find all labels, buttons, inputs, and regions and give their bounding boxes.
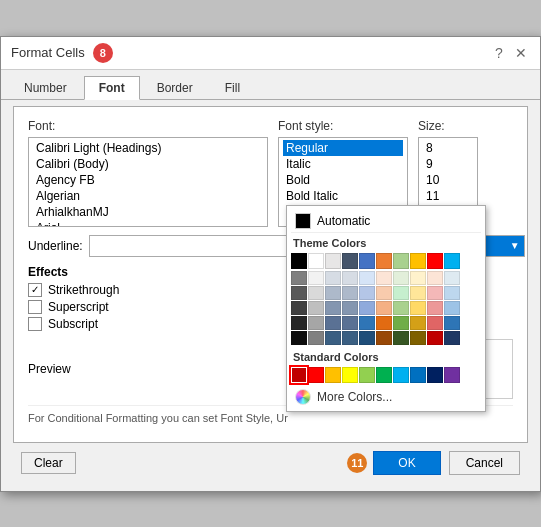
ok-button[interactable]: OK: [373, 451, 440, 475]
standard-color-cell[interactable]: [291, 367, 307, 383]
superscript-checkbox[interactable]: [28, 300, 42, 314]
standard-color-cell[interactable]: [393, 367, 409, 383]
theme-color-cell[interactable]: [410, 253, 426, 269]
font-item[interactable]: Algerian: [33, 188, 263, 204]
size-item[interactable]: 10: [423, 172, 473, 188]
shade-color-cell[interactable]: [342, 286, 358, 300]
font-item[interactable]: Arial: [33, 220, 263, 227]
shade-color-cell[interactable]: [427, 271, 443, 285]
shade-color-cell[interactable]: [308, 316, 324, 330]
shade-color-cell[interactable]: [393, 331, 409, 345]
close-button[interactable]: ✕: [512, 44, 530, 62]
shade-color-cell[interactable]: [410, 331, 426, 345]
standard-color-cell[interactable]: [359, 367, 375, 383]
tab-fill[interactable]: Fill: [210, 76, 255, 99]
shade-color-cell[interactable]: [291, 271, 307, 285]
color-dropdown[interactable]: Automatic Theme Colors Standard Colors M…: [286, 205, 486, 412]
theme-color-cell[interactable]: [291, 253, 307, 269]
more-colors-row[interactable]: More Colors...: [291, 385, 481, 407]
shade-color-cell[interactable]: [444, 316, 460, 330]
standard-color-cell[interactable]: [342, 367, 358, 383]
shade-color-cell[interactable]: [444, 286, 460, 300]
shade-color-cell[interactable]: [376, 316, 392, 330]
shade-color-cell[interactable]: [359, 301, 375, 315]
shade-color-cell[interactable]: [359, 286, 375, 300]
shade-color-cell[interactable]: [376, 271, 392, 285]
tab-number[interactable]: Number: [9, 76, 82, 99]
tab-border[interactable]: Border: [142, 76, 208, 99]
style-item-italic[interactable]: Italic: [283, 156, 403, 172]
shade-color-cell[interactable]: [291, 301, 307, 315]
font-item[interactable]: Calibri (Body): [33, 156, 263, 172]
standard-color-cell[interactable]: [427, 367, 443, 383]
shade-color-cell[interactable]: [444, 301, 460, 315]
shade-color-cell[interactable]: [308, 331, 324, 345]
strikethrough-checkbox[interactable]: ✓: [28, 283, 42, 297]
style-item-bold-italic[interactable]: Bold Italic: [283, 188, 403, 204]
theme-color-cell[interactable]: [427, 253, 443, 269]
shade-color-cell[interactable]: [291, 316, 307, 330]
size-item[interactable]: 9: [423, 156, 473, 172]
shade-color-cell[interactable]: [325, 286, 341, 300]
shade-color-cell[interactable]: [308, 286, 324, 300]
standard-color-cell[interactable]: [376, 367, 392, 383]
style-item-regular[interactable]: Regular: [283, 140, 403, 156]
auto-row[interactable]: Automatic: [291, 210, 481, 233]
theme-color-cell[interactable]: [444, 253, 460, 269]
color-arrow-icon[interactable]: ▼: [510, 240, 520, 251]
shade-color-cell[interactable]: [325, 331, 341, 345]
shade-color-cell[interactable]: [410, 316, 426, 330]
shade-color-cell[interactable]: [325, 271, 341, 285]
shade-color-cell[interactable]: [393, 301, 409, 315]
shade-color-cell[interactable]: [427, 331, 443, 345]
tab-font[interactable]: Font: [84, 76, 140, 100]
shade-color-cell[interactable]: [444, 331, 460, 345]
shade-color-cell[interactable]: [359, 331, 375, 345]
theme-color-cell[interactable]: [359, 253, 375, 269]
theme-color-cell[interactable]: [342, 253, 358, 269]
shade-color-cell[interactable]: [308, 271, 324, 285]
shade-color-cell[interactable]: [427, 286, 443, 300]
standard-color-cell[interactable]: [444, 367, 460, 383]
theme-color-cell[interactable]: [376, 253, 392, 269]
font-item[interactable]: Calibri Light (Headings): [33, 140, 263, 156]
size-item[interactable]: 8: [423, 140, 473, 156]
theme-color-cell[interactable]: [325, 253, 341, 269]
theme-color-cell[interactable]: [308, 253, 324, 269]
shade-color-cell[interactable]: [393, 316, 409, 330]
standard-color-cell[interactable]: [325, 367, 341, 383]
font-item[interactable]: Agency FB: [33, 172, 263, 188]
shade-color-cell[interactable]: [410, 271, 426, 285]
shade-color-cell[interactable]: [393, 286, 409, 300]
shade-color-cell[interactable]: [291, 286, 307, 300]
shade-color-cell[interactable]: [325, 301, 341, 315]
shade-color-cell[interactable]: [410, 286, 426, 300]
shade-color-cell[interactable]: [444, 271, 460, 285]
shade-color-cell[interactable]: [308, 301, 324, 315]
theme-color-cell[interactable]: [393, 253, 409, 269]
shade-color-cell[interactable]: [342, 316, 358, 330]
style-item-bold[interactable]: Bold: [283, 172, 403, 188]
font-item[interactable]: ArhialkhanMJ: [33, 204, 263, 220]
shade-color-cell[interactable]: [376, 301, 392, 315]
shade-color-cell[interactable]: [359, 271, 375, 285]
shade-color-cell[interactable]: [393, 271, 409, 285]
shade-color-cell[interactable]: [291, 331, 307, 345]
shade-color-cell[interactable]: [427, 301, 443, 315]
shade-color-cell[interactable]: [376, 286, 392, 300]
shade-color-cell[interactable]: [342, 301, 358, 315]
shade-color-cell[interactable]: [359, 316, 375, 330]
shade-color-cell[interactable]: [410, 301, 426, 315]
help-button[interactable]: ?: [490, 44, 508, 62]
standard-color-cell[interactable]: [308, 367, 324, 383]
subscript-checkbox[interactable]: [28, 317, 42, 331]
shade-color-cell[interactable]: [342, 331, 358, 345]
shade-color-cell[interactable]: [427, 316, 443, 330]
shade-color-cell[interactable]: [325, 316, 341, 330]
shade-color-cell[interactable]: [376, 331, 392, 345]
standard-color-cell[interactable]: [410, 367, 426, 383]
clear-button[interactable]: Clear: [21, 452, 76, 474]
size-item[interactable]: 11: [423, 188, 473, 204]
shade-color-cell[interactable]: [342, 271, 358, 285]
font-list[interactable]: Calibri Light (Headings) Calibri (Body) …: [28, 137, 268, 227]
